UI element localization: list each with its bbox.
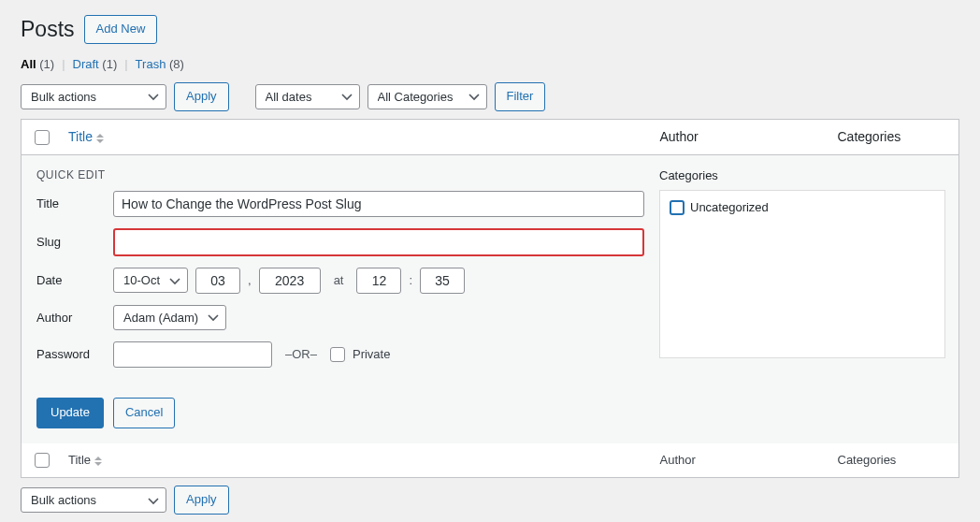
filter-links: All (1) | Draft (1) | Trash (8) <box>21 57 959 71</box>
bulk-actions-select[interactable]: Bulk actions <box>21 84 166 109</box>
sort-icon <box>94 457 102 466</box>
author-label: Author <box>36 311 113 325</box>
date-label: Date <box>36 273 113 287</box>
private-checkbox[interactable] <box>330 347 345 362</box>
update-button[interactable]: Update <box>36 398 104 428</box>
chevron-down-icon <box>148 91 159 102</box>
all-categories-select[interactable]: All Categories <box>368 84 487 109</box>
column-categories[interactable]: Categories <box>829 119 959 154</box>
apply-top-button[interactable]: Apply <box>174 82 229 111</box>
slug-input[interactable] <box>113 228 644 256</box>
select-all-bottom-checkbox[interactable] <box>35 453 50 468</box>
password-input[interactable] <box>113 341 272 368</box>
filter-button[interactable]: Filter <box>495 82 546 111</box>
filter-draft[interactable]: Draft <box>73 57 99 71</box>
author-select[interactable]: Adam (Adam) <box>113 305 226 330</box>
title-input[interactable] <box>113 191 644 217</box>
quick-edit-heading: QUICK EDIT <box>36 168 644 181</box>
column-title[interactable]: Title <box>59 119 651 154</box>
chevron-down-icon <box>148 495 159 506</box>
or-label: –OR– <box>285 347 317 361</box>
column-title-bottom[interactable]: Title <box>59 443 651 478</box>
categories-box[interactable]: Uncategorized <box>659 190 945 358</box>
posts-table: Title Author Categories QUICK EDIT Title… <box>21 119 959 479</box>
day-input[interactable] <box>195 268 240 294</box>
category-checkbox[interactable] <box>670 200 685 215</box>
minute-input[interactable] <box>420 268 465 294</box>
cancel-button[interactable]: Cancel <box>113 398 175 428</box>
category-option[interactable]: Uncategorized <box>670 200 935 215</box>
month-select[interactable]: 10-Oct <box>113 268 188 293</box>
bulk-actions-bottom-select[interactable]: Bulk actions <box>21 487 166 513</box>
sort-icon <box>96 134 104 143</box>
private-label: Private <box>353 347 390 361</box>
column-author[interactable]: Author <box>651 119 829 154</box>
all-dates-select[interactable]: All dates <box>255 84 360 109</box>
filter-all[interactable]: All <box>21 57 36 71</box>
hour-input[interactable] <box>356 268 401 294</box>
password-label: Password <box>36 347 113 361</box>
column-categories-bottom[interactable]: Categories <box>829 443 959 478</box>
page-title: Posts <box>21 17 75 42</box>
quick-edit-row: QUICK EDIT Title Slug Date 10 <box>22 154 959 442</box>
apply-bottom-button[interactable]: Apply <box>174 486 229 515</box>
chevron-down-icon <box>341 91 353 102</box>
column-author-bottom[interactable]: Author <box>651 443 829 478</box>
categories-heading: Categories <box>659 168 945 182</box>
select-all-top-checkbox[interactable] <box>35 130 50 145</box>
slug-label: Slug <box>36 235 113 249</box>
year-input[interactable] <box>259 268 321 294</box>
title-label: Title <box>36 196 113 210</box>
add-new-button[interactable]: Add New <box>84 15 158 44</box>
filter-trash[interactable]: Trash <box>136 57 166 71</box>
